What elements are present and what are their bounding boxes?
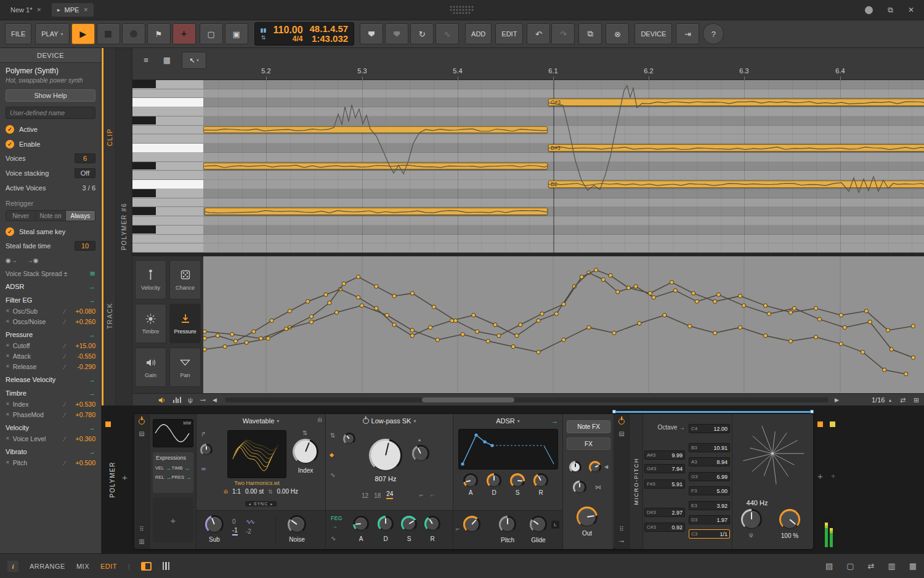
pressure-point[interactable] <box>817 317 821 321</box>
pressure-point[interactable] <box>203 336 206 340</box>
mod-source-pressure[interactable]: Pressure→ <box>6 329 95 340</box>
browser-panel-icon[interactable]: ▤ <box>825 561 833 571</box>
help-button[interactable]: ? <box>703 23 724 44</box>
pressure-point[interactable] <box>266 336 270 340</box>
pressure-point[interactable] <box>375 285 378 288</box>
ruler-mark-5.4[interactable]: 5.4 <box>453 67 462 75</box>
add-device-button[interactable]: + <box>122 472 128 482</box>
close-project-icon[interactable]: ✕ <box>83 7 88 13</box>
feg-release-knob[interactable] <box>424 516 440 532</box>
pressure-point[interactable] <box>375 306 378 310</box>
tab-clip[interactable]: CLIP <box>103 48 115 227</box>
piano-key-cs3[interactable]: C#3 <box>132 162 203 171</box>
osc-mode-select[interactable]: Wavetable <box>243 417 275 425</box>
tab-track[interactable]: TRACK <box>103 227 115 405</box>
piano-key-c3[interactable]: C3 <box>132 171 203 180</box>
remove-mod-icon[interactable]: ✕ <box>6 308 10 314</box>
status-dot[interactable] <box>865 6 873 14</box>
pressure-point[interactable] <box>673 288 677 292</box>
modwheel-display[interactable]: MW <box>153 419 193 447</box>
pressure-point[interactable] <box>203 348 206 351</box>
micropitch-note-f3[interactable]: F35.00 <box>689 486 730 495</box>
pressure-point[interactable] <box>450 319 454 322</box>
filter-cutoff-knob[interactable] <box>369 439 402 472</box>
pressure-point[interactable] <box>638 322 641 325</box>
pressure-point[interactable] <box>580 275 583 279</box>
pressure-point[interactable] <box>612 331 616 335</box>
env-decay-knob[interactable] <box>487 473 501 488</box>
time-signature-display[interactable]: 4/4 <box>273 35 302 43</box>
scroll-right-button[interactable]: ▶ <box>835 395 839 405</box>
pressure-point[interactable] <box>904 372 908 376</box>
pressure-point[interactable] <box>814 306 817 310</box>
note-ds3[interactable]: D#3 <box>548 144 924 152</box>
punch-in-button[interactable] <box>360 23 383 44</box>
active-toggle[interactable]: ✓Active <box>6 124 95 134</box>
ruler-mark-5.2[interactable]: 5.2 <box>261 67 270 75</box>
piano-key-gs2[interactable]: G#2 <box>132 207 203 216</box>
pressure-point[interactable] <box>788 340 792 343</box>
keytrack-icon[interactable]: ◆ <box>330 452 334 458</box>
pressure-point[interactable] <box>486 340 490 343</box>
pressure-point[interactable] <box>511 344 515 348</box>
insert-device-button[interactable]: ⇥ <box>676 23 699 44</box>
pressure-point[interactable] <box>652 296 655 299</box>
mixer-strip-toggle[interactable] <box>163 562 170 570</box>
mod-target-osc-sub[interactable]: ✕Osc/Sub∕+0.080 <box>6 306 95 316</box>
view-tab-mix[interactable]: MIX <box>76 563 89 570</box>
expression-source-rel[interactable]: REL→ <box>155 473 172 482</box>
mix-amount-knob[interactable] <box>779 509 800 530</box>
reference-tune-knob[interactable] <box>741 509 762 530</box>
project-tab-mpe[interactable]: ▸ MPE ✕ <box>52 3 94 17</box>
remove-mod-icon[interactable]: ✕ <box>6 353 10 359</box>
expression-tab-chance[interactable]: Chance <box>169 260 201 299</box>
piano-key-as2[interactable]: A#2 <box>132 189 203 198</box>
mod-target-pitch[interactable]: ✕Pitch∕+0.500 <box>6 457 95 468</box>
pressure-point[interactable] <box>839 342 843 346</box>
pressure-point[interactable] <box>328 301 331 304</box>
slope-12db[interactable]: 12 <box>362 492 368 499</box>
pressure-point[interactable] <box>203 330 206 333</box>
pressure-point[interactable] <box>392 323 396 327</box>
view-tab-arrange[interactable]: ARRANGE <box>30 563 65 570</box>
pressure-point[interactable] <box>911 324 915 328</box>
piano-key-fs2[interactable]: F#2 <box>132 226 203 235</box>
file-menu-button[interactable]: FILE <box>5 23 31 44</box>
micropitch-note-ds3[interactable]: D#32.97 <box>644 508 685 517</box>
pressure-point[interactable] <box>472 313 476 317</box>
expand-device-icon[interactable]: ▥ <box>139 538 144 545</box>
micropitch-note-gs3[interactable]: G#37.94 <box>644 464 685 473</box>
voices-value[interactable]: 6 <box>75 153 95 163</box>
close-project-icon[interactable]: ✕ <box>36 7 41 13</box>
delete-button[interactable]: ⊗ <box>606 23 629 44</box>
mod-target-attack[interactable]: ✕Attack∕-0.550 <box>6 351 95 361</box>
redo-button[interactable]: ↷ <box>551 23 575 44</box>
pressure-point[interactable] <box>309 315 313 319</box>
pressure-automation-lane[interactable] <box>203 256 924 393</box>
wavetable-browser-icon[interactable]: ılı <box>317 417 322 423</box>
unison-icon[interactable]: ∞ <box>201 466 206 472</box>
pressure-point[interactable] <box>270 319 274 322</box>
piano-key-d3[interactable]: D3 <box>132 153 203 162</box>
pressure-point[interactable] <box>234 340 238 343</box>
steal-same-key-toggle[interactable]: ✓Steal same key <box>6 227 95 236</box>
velocity-depth-knob[interactable] <box>463 516 480 533</box>
micropitch-note-fs3[interactable]: F#35.91 <box>644 479 685 489</box>
mod-source-filter-eg[interactable]: Filter EG→ <box>6 295 95 306</box>
fit-view-icon[interactable]: ⊞ <box>914 395 919 405</box>
pressure-point[interactable] <box>792 306 796 310</box>
routing-icon[interactable]: ↱ <box>201 431 206 438</box>
pressure-point[interactable] <box>616 290 620 294</box>
sub-level-knob[interactable] <box>205 515 224 534</box>
pressure-point[interactable] <box>410 334 414 338</box>
ruler-mark-6.3[interactable]: 6.3 <box>739 67 748 75</box>
close-window-button[interactable]: ✕ <box>908 6 914 14</box>
pressure-point[interactable] <box>692 291 695 295</box>
fx-tab[interactable]: FX <box>567 438 610 450</box>
ruler-mark-6.4[interactable]: 6.4 <box>835 67 845 75</box>
piano-key-fs3[interactable]: F#3 <box>132 116 203 126</box>
pressure-point[interactable] <box>843 325 846 329</box>
mod-source-adsr[interactable]: ADSR→ <box>6 281 95 292</box>
retrigger-option-never[interactable]: Never <box>6 211 36 221</box>
micropitch-note-d3[interactable]: D31.97 <box>689 515 730 524</box>
